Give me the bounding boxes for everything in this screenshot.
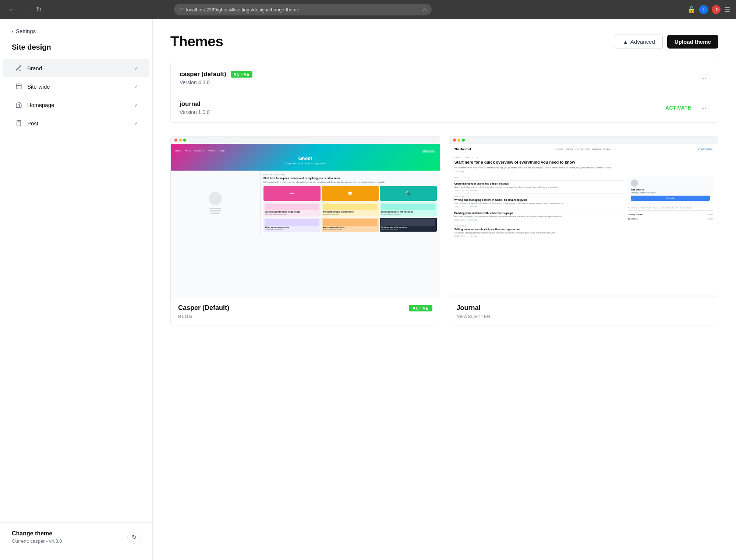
casper-green-dot	[183, 139, 186, 142]
post-label: Post	[27, 120, 38, 126]
upload-theme-label: Upload theme	[675, 39, 711, 45]
journal-yellow-dot	[457, 139, 460, 142]
page-header: Themes ▲ Advanced Upload theme	[170, 34, 718, 50]
journal-card-name: Journal	[457, 304, 481, 312]
casper-active-badge: ACTIVE	[231, 71, 252, 78]
casper-yellow-dot	[179, 139, 182, 142]
post-chevron-icon: ∨	[134, 121, 138, 126]
site-wide-label: Site-wide	[27, 83, 50, 90]
header-actions: ▲ Advanced Upload theme	[615, 35, 718, 49]
casper-left-panel	[171, 171, 261, 235]
casper-hero-title: Ghost	[175, 156, 435, 161]
reload-button[interactable]: ↻	[34, 4, 44, 15]
casper-red-dot	[174, 139, 177, 142]
journal-hero: LATEST · JUN 28, 2021 Start here for a q…	[454, 156, 713, 173]
journal-main-grid: MORE READS Customizing your brand and de…	[454, 176, 713, 237]
upload-theme-button[interactable]: Upload theme	[667, 35, 718, 49]
browser-menu-icon[interactable]: ☰	[724, 6, 730, 14]
chevron-up-icon: ▲	[623, 39, 628, 45]
theme-item-journal: journal Version 1.0.0 ACTIVATE ···	[171, 93, 718, 122]
back-to-settings-link[interactable]: ‹ Settings	[0, 28, 152, 43]
theme-item-casper: casper (default) ACTIVE Version 4.3.0 ··…	[171, 63, 718, 93]
browser-action-buttons: 🔒 1 LD ☰	[687, 5, 730, 14]
sidebar-section-title: Site design	[0, 43, 152, 59]
casper-card-name: Casper (Default)	[178, 304, 229, 312]
casper-preview: HomeAboutCollectionArchivePortal Subscri…	[171, 136, 440, 298]
url-text: localhost:2369/ghost/#/settings/design/c…	[186, 7, 299, 13]
shield-icon: 🛡	[178, 7, 183, 13]
journal-subscribe: ↗ subscribe	[698, 148, 713, 151]
browser-profile-icon[interactable]: 1	[699, 5, 708, 14]
journal-more-dots-icon: ···	[700, 104, 706, 112]
forward-button[interactable]: →	[20, 4, 31, 15]
journal-nav: HOMEABOUTCOLLECTIONAUTHORPORTAL	[557, 148, 612, 150]
casper-right-panel: GETTING STARTED Start here for a quick o…	[261, 171, 440, 235]
site-wide-chevron-icon: ∨	[134, 84, 138, 89]
casper-hero-subtitle: The professional publishing platform.	[175, 162, 435, 165]
page-title: Themes	[170, 34, 223, 50]
back-chevron-icon: ‹	[12, 28, 14, 34]
change-theme-title: Change theme	[12, 530, 62, 537]
casper-theme-card[interactable]: HomeAboutCollectionArchivePortal Subscri…	[170, 136, 440, 325]
current-theme-subtitle: Current: casper - v4.3.0	[12, 538, 62, 544]
bookmark-icon: ☆	[422, 6, 427, 13]
journal-sidebar: The Journal Thoughts, stories and ideas.…	[628, 176, 713, 237]
activate-label: ACTIVATE	[665, 105, 691, 111]
advanced-label: Advanced	[630, 39, 655, 45]
sidebar-item-brand[interactable]: Brand ∨	[3, 59, 149, 77]
journal-theme-version: Version 1.0.0	[180, 109, 210, 115]
sidebar-item-site-wide[interactable]: Site-wide ∨	[3, 77, 149, 96]
journal-card-info: Journal NEWSLETTER	[449, 298, 718, 325]
refresh-icon: ↻	[132, 534, 137, 541]
theme-gallery: HomeAboutCollectionArchivePortal Subscri…	[170, 136, 718, 325]
browser-chrome: ← → ↻ 🛡 localhost:2369/ghost/#/settings/…	[0, 0, 736, 19]
homepage-chevron-icon: ∨	[134, 102, 138, 108]
journal-card-type: NEWSLETTER	[457, 314, 711, 319]
back-label: Settings	[16, 28, 36, 34]
casper-card-info: Casper (Default) ACTIVE BLOG	[171, 298, 440, 325]
journal-green-dot	[462, 139, 465, 142]
browser-extension-icon[interactable]: LD	[712, 5, 721, 14]
brand-icon	[15, 64, 23, 72]
brand-chevron-icon: ∨	[134, 65, 138, 71]
journal-header: The Journal HOMEABOUTCOLLECTIONAUTHORPOR…	[454, 147, 713, 153]
sidebar-item-homepage[interactable]: Homepage ∨	[3, 96, 149, 114]
journal-red-dot	[453, 139, 456, 142]
journal-preview-pane: The Journal HOMEABOUTCOLLECTIONAUTHORPOR…	[449, 136, 718, 298]
casper-nav: HomeAboutCollectionArchivePortal Subscri…	[175, 150, 435, 153]
sidebar: ‹ Settings Site design Brand ∨	[0, 19, 153, 560]
advanced-button[interactable]: ▲ Advanced	[615, 35, 663, 49]
more-dots-icon: ···	[700, 74, 706, 82]
journal-theme-name: journal	[180, 100, 201, 108]
address-bar[interactable]: 🛡 localhost:2369/ghost/#/settings/design…	[174, 4, 432, 15]
refresh-theme-button[interactable]: ↻	[127, 531, 141, 544]
journal-more-button[interactable]: ···	[697, 102, 709, 114]
journal-theme-card[interactable]: The Journal HOMEABOUTCOLLECTIONAUTHORPOR…	[449, 136, 719, 325]
site-wide-icon	[15, 82, 23, 90]
back-button[interactable]: ←	[6, 4, 17, 15]
browser-bookmark-icon[interactable]: 🔒	[687, 6, 696, 14]
casper-theme-version: Version 4.3.0	[180, 79, 252, 85]
brand-label: Brand	[27, 65, 42, 71]
casper-card-badge: ACTIVE	[409, 305, 432, 311]
sidebar-item-post[interactable]: Post ∨	[3, 114, 149, 132]
post-icon	[15, 119, 23, 127]
browser-nav-buttons: ← → ↻	[6, 4, 44, 15]
casper-card-type: BLOG	[178, 314, 432, 319]
journal-activate-button[interactable]: ACTIVATE	[665, 105, 691, 111]
journal-articles-col: MORE READS Customizing your brand and de…	[454, 176, 624, 237]
homepage-label: Homepage	[27, 102, 54, 108]
sidebar-footer: Change theme Current: casper - v4.3.0 ↻	[0, 522, 152, 551]
casper-theme-name: casper (default)	[180, 71, 226, 78]
theme-list: casper (default) ACTIVE Version 4.3.0 ··…	[170, 63, 718, 123]
app-container: ‹ Settings Site design Brand ∨	[0, 19, 736, 560]
casper-more-button[interactable]: ···	[697, 72, 709, 84]
homepage-icon	[15, 101, 23, 109]
journal-brand: The Journal	[454, 147, 471, 151]
svg-rect-0	[16, 84, 21, 89]
main-content: Themes ▲ Advanced Upload theme casper (d…	[153, 19, 736, 560]
